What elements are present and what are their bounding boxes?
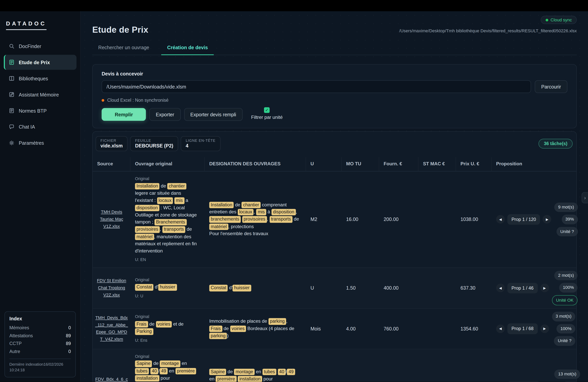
index-row-autre: Autre0 — [9, 348, 71, 356]
sidebar-item-bibliotheques[interactable]: Bibliotheques — [4, 71, 76, 86]
cell-fourn: 760.00 — [379, 321, 419, 336]
index-value: 89 — [66, 332, 71, 340]
export-button[interactable]: Exporter — [149, 108, 180, 121]
ouvrage-text: Sapine de montage en tubes 40/49 en prem… — [135, 360, 200, 382]
prop-prev-button[interactable]: ◀ — [496, 284, 504, 292]
cell-designation: Installation de chantier comprenant entr… — [205, 198, 306, 241]
highlight-term: chantier — [242, 202, 261, 208]
highlight-term: Installation — [209, 202, 234, 208]
sidebar-item-label: Etude de Prix — [19, 60, 50, 65]
meta-chip-label: FEUILLE — [135, 138, 173, 143]
fill-button[interactable]: Remplir — [102, 108, 146, 121]
prop-counter: Prop 1 / 120 — [507, 381, 540, 382]
sidebar-item-label: Assistant Mémoire — [19, 92, 59, 97]
prop-next-button[interactable]: ▶ — [543, 215, 551, 224]
cell-proposition: ◀Prop 1 / 46▶2 mot(s)100%Unité OK — [492, 268, 576, 308]
prop-prev-button[interactable]: ◀ — [496, 215, 504, 224]
cell-mo-tu: 4.00 — [342, 321, 379, 336]
cell-unit: M2 — [306, 212, 342, 227]
search-icon — [9, 43, 15, 49]
highlight-term: Sapine — [209, 369, 226, 375]
cell-proposition: ◀Prop 1 / 68▶3 mot(s)100%Unité ? — [492, 309, 576, 349]
results-card: FICHIERvide.xlsmFEUILLEDEBOURSE (P2)LIGN… — [92, 131, 577, 382]
filter-unit-checkbox[interactable]: ✓ — [264, 107, 270, 113]
designation-text: Immobilisation de places de parking, Fra… — [209, 318, 301, 340]
meta-chip-value: DEBOURSE (P2) — [135, 143, 173, 149]
highlight-term: première — [216, 376, 237, 382]
highlight-term: installation — [238, 376, 262, 382]
cell-mo-tu: 16.00 — [342, 212, 379, 227]
highlight-term: voiries — [156, 321, 172, 328]
index-value: 0 — [68, 324, 71, 332]
page-title: Etude de Prix — [92, 25, 148, 35]
column-header-u: U — [306, 157, 342, 171]
tab-creation-de-devis[interactable]: Création de devis — [161, 41, 214, 55]
sidebar-item-docfinder[interactable]: DocFinder — [4, 39, 76, 54]
table-header: SourceOuvrage originalDESIGNATION DES OU… — [93, 157, 576, 171]
highlight-term: Installation — [135, 183, 159, 190]
index-label: Attestations — [9, 332, 33, 340]
browse-button[interactable]: Parcourir — [535, 80, 567, 93]
sidebar-item-label: Normes BTP — [19, 108, 46, 113]
sidebar-item-etude-de-prix[interactable]: Etude de Prix — [4, 55, 76, 70]
sidebar-item-label: DocFinder — [19, 43, 41, 49]
cell-mo-tu: 1.50 — [342, 281, 379, 296]
cloud-sync-label: Cloud sync — [550, 18, 572, 22]
cloud-sync-badge: Cloud sync — [541, 16, 577, 24]
sidebar-item-chat-ia[interactable]: Chat IA — [4, 119, 76, 134]
meta-chip-value: 4 — [186, 143, 216, 149]
sidebar-nav: DocFinderEtude de PrixBibliothequesAssis… — [0, 38, 80, 151]
highlight-term: Frais — [135, 321, 148, 328]
column-header-mo-tu: MO TU — [342, 157, 379, 171]
norms-icon — [9, 107, 15, 114]
document-icon — [9, 59, 15, 65]
sidebar-item-assistant-memoire[interactable]: Assistant Mémoire — [4, 87, 76, 102]
badge-3-mot-s: 3 mot(s) — [552, 312, 575, 321]
sidebar-item-label: Chat IA — [19, 124, 35, 129]
cell-ouvrage-original: OriginalInstallation de chantier legere … — [130, 171, 205, 267]
source-link[interactable]: FDV_Bdx_4_6_crs_Intendance_V4Z.xlsm — [95, 377, 128, 382]
devis-card-title: Devis à concevoir — [102, 71, 567, 76]
designation-text: Sapine de montage en tubes 40/49 en prem… — [209, 368, 301, 382]
index-row-attestations: Attestations89 — [9, 332, 71, 340]
highlight-term: mis — [256, 209, 266, 215]
sidebar-item-label: Bibliotheques — [19, 76, 48, 81]
index-value: 0 — [68, 348, 71, 356]
library-file-path: /Users/maxime/Desktop/Tmh bibliothèque D… — [399, 29, 577, 33]
prop-next-button[interactable]: ▶ — [540, 284, 549, 292]
highlight-term: Branchements — [155, 219, 187, 226]
ouvrage-text: Frais de voiries et de Parking — [135, 321, 200, 335]
highlight-term: première — [175, 368, 196, 374]
proposition-badges: 9 mot(s)39%Unité ? — [554, 202, 578, 236]
badge-13-mot-s: 13 mot(s) — [554, 370, 580, 379]
tab-rechercher-un-ouvrage[interactable]: Rechercher un ouvrage — [92, 41, 155, 55]
prop-counter: Prop 1 / 68 — [507, 323, 538, 334]
badge-unite: Unité ? — [556, 227, 578, 236]
proposition-nav: ◀Prop 1 / 46▶ — [496, 283, 549, 293]
sidebar-item-normes-btp[interactable]: Normes BTP — [4, 103, 76, 118]
cell-st-mac — [419, 325, 456, 333]
export-filled-button[interactable]: Exporter devis rempli — [184, 108, 242, 121]
table-row: FDV_Bdx_4_6_crs_Intendance_V4Z.xlsmOrigi… — [93, 349, 576, 382]
highlight-term: Constat — [209, 285, 228, 291]
cell-ouvrage-original: OriginalSapine de montage en tubes 40/49… — [130, 349, 205, 382]
highlight-term: transports — [162, 226, 185, 233]
prop-next-button[interactable]: ▶ — [540, 324, 549, 333]
source-link[interactable]: FDV St Emilion Chat Troplong V2Z.xlsx — [97, 278, 126, 297]
highlight-term: disposition — [135, 205, 159, 211]
sidebar-item-parametres[interactable]: Paramètres — [4, 135, 76, 150]
highlight-term: installation — [135, 375, 159, 382]
unit-note: U: U — [135, 293, 200, 299]
source-link[interactable]: TMH_Devis_Bdx_112_rue_Abbe_Epee_GO_MPDT_… — [95, 316, 128, 341]
sidebar: DATADOC DocFinderEtude de PrixBibliotheq… — [0, 11, 81, 382]
meta-chip-feuille: FEUILLEDEBOURSE (P2) — [130, 136, 178, 151]
panel-expand-toggle[interactable]: › — [582, 192, 588, 203]
task-count-badge: 36 tâche(s) — [539, 139, 573, 149]
highlight-term: tubes — [262, 369, 276, 375]
prop-prev-button[interactable]: ◀ — [496, 324, 504, 333]
source-link[interactable]: TMH Devis Tauriac Maç V1Z.xlsx — [100, 210, 123, 229]
meta-chip-label: FICHIER — [101, 138, 123, 143]
highlight-term: montage — [234, 369, 254, 375]
sync-status-dot — [102, 99, 105, 102]
devis-file-input[interactable] — [102, 80, 531, 93]
